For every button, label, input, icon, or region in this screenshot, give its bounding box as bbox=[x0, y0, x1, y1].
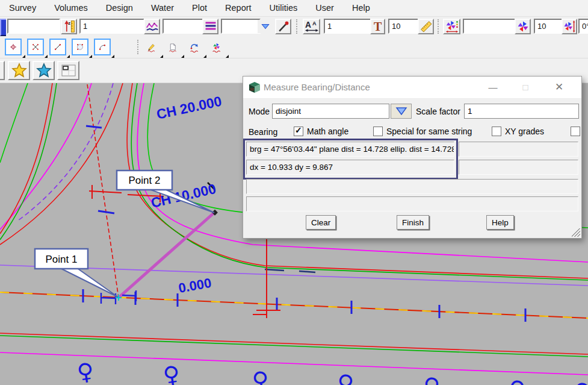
recalc-arrows-icon bbox=[189, 40, 200, 55]
result-field-4[interactable] bbox=[246, 196, 578, 211]
rotate-button[interactable] bbox=[515, 19, 531, 34]
rotate-measure-button[interactable] bbox=[443, 19, 460, 34]
model-name-input[interactable] bbox=[7, 19, 60, 34]
menu-utilities[interactable]: Utilities bbox=[261, 0, 307, 16]
clipped-toolbar-button[interactable] bbox=[0, 19, 6, 36]
snap-circle-button[interactable] bbox=[72, 39, 88, 55]
string-input[interactable] bbox=[162, 19, 203, 34]
view-layout-button[interactable] bbox=[57, 61, 79, 80]
bearing-label: Bearing bbox=[249, 127, 277, 137]
label-ch0: 0.000 bbox=[178, 275, 213, 296]
maximize-button[interactable]: □ bbox=[515, 77, 536, 98]
eyedropper-icon bbox=[277, 20, 290, 33]
xy-grades-checkbox[interactable] bbox=[492, 127, 501, 136]
scale-factor-label: Scale factor bbox=[416, 107, 460, 116]
survey-symbol: ♀ bbox=[250, 366, 271, 385]
rotate-value-input[interactable] bbox=[463, 19, 516, 34]
chainage-input[interactable] bbox=[79, 19, 144, 34]
profile-button[interactable] bbox=[144, 19, 160, 34]
road-edge-magenta bbox=[0, 83, 91, 230]
xy-grades-checkbox-row[interactable]: XY grades bbox=[492, 127, 544, 136]
snap-segment-wrap bbox=[49, 39, 67, 57]
result-field-right1[interactable] bbox=[459, 142, 578, 157]
label-ch20: CH 20.000 bbox=[155, 93, 223, 122]
extra-checkbox-row[interactable] bbox=[571, 127, 580, 136]
edge2-red bbox=[0, 333, 588, 354]
help-button[interactable]: Help bbox=[486, 215, 514, 230]
mode-input[interactable] bbox=[272, 104, 389, 119]
star-yellow-icon bbox=[11, 63, 27, 78]
text-width-button[interactable]: A A bbox=[303, 19, 320, 34]
snap-arc-button[interactable] bbox=[94, 39, 111, 55]
math-angle-checkbox[interactable] bbox=[294, 127, 303, 136]
string-tools-button[interactable] bbox=[208, 39, 226, 56]
menu-bar: Survey Volumes Design Water Plot Report … bbox=[0, 0, 588, 17]
text-size-icon: A A bbox=[305, 20, 319, 33]
clipped-view-button[interactable] bbox=[0, 61, 5, 80]
text-style-button[interactable]: T bbox=[370, 19, 385, 34]
mode-dropdown-button[interactable] bbox=[391, 104, 412, 119]
layer-bars-icon bbox=[204, 20, 217, 33]
menu-plot[interactable]: Plot bbox=[183, 0, 216, 16]
result-field-3[interactable] bbox=[246, 179, 578, 194]
finish-button[interactable]: Finish bbox=[397, 215, 429, 230]
string-edit-button[interactable] bbox=[185, 39, 203, 56]
favorites-blue-button[interactable] bbox=[32, 61, 55, 80]
resize-grip[interactable] bbox=[572, 228, 580, 237]
model-select-input[interactable] bbox=[221, 19, 261, 34]
math-angle-checkbox-row[interactable]: Math angle bbox=[294, 127, 348, 136]
toolbar-separator bbox=[137, 40, 138, 54]
menu-user[interactable]: User bbox=[306, 0, 343, 16]
angle-input[interactable] bbox=[534, 19, 564, 34]
menu-water[interactable]: Water bbox=[142, 0, 183, 16]
snap-line-button[interactable] bbox=[27, 39, 44, 55]
menu-volumes[interactable]: Volumes bbox=[45, 0, 97, 16]
page-icon bbox=[168, 40, 178, 55]
measure-bearing-distance-dialog: 12 Measure Bearing/Distance — □ ✕ Mode S… bbox=[243, 76, 582, 239]
result-field-right2[interactable] bbox=[459, 160, 578, 175]
snap-segment-icon bbox=[54, 41, 61, 53]
z-height-icon[interactable]: z bbox=[61, 19, 77, 34]
toolbar-separator bbox=[438, 19, 439, 34]
scale-factor-input[interactable] bbox=[464, 104, 579, 119]
string-info-button[interactable] bbox=[164, 39, 181, 56]
menu-design[interactable]: Design bbox=[97, 0, 142, 16]
profile-zigzag-icon bbox=[146, 20, 159, 33]
menu-report[interactable]: Report bbox=[216, 0, 261, 16]
special-same-string-checkbox-row[interactable]: Special for same string bbox=[373, 127, 472, 136]
callout-label: Point 1 bbox=[46, 254, 78, 265]
clear-button[interactable]: Clear bbox=[306, 215, 336, 230]
text-height-input[interactable] bbox=[324, 19, 372, 34]
pinwheel-string-icon bbox=[211, 40, 222, 55]
model-dropdown-button[interactable] bbox=[258, 20, 273, 33]
survey-symbol: ♀ bbox=[75, 357, 96, 385]
z-ruler-icon: z bbox=[63, 20, 76, 33]
angle-value-input[interactable] bbox=[578, 19, 588, 34]
edge2-green bbox=[0, 336, 588, 357]
close-button[interactable]: ✕ bbox=[549, 77, 569, 98]
snap-segment-button[interactable] bbox=[49, 39, 66, 55]
survey-symbol: ♀ bbox=[572, 377, 588, 385]
text-style-T-icon: T bbox=[372, 20, 384, 33]
callout-label: Point 2 bbox=[129, 175, 161, 186]
eyedropper-button[interactable] bbox=[275, 19, 291, 34]
rotate-angle-button[interactable] bbox=[562, 19, 577, 34]
extra-checkbox[interactable] bbox=[571, 127, 580, 136]
text-size-input[interactable] bbox=[388, 19, 419, 34]
dialog-title: Measure Bearing/Distance bbox=[264, 82, 370, 92]
snap-arc-wrap bbox=[94, 39, 112, 57]
string-info-wrap bbox=[164, 39, 182, 57]
draw-string-button[interactable] bbox=[143, 39, 160, 56]
ruler-button[interactable] bbox=[418, 19, 434, 34]
layers-button[interactable] bbox=[202, 19, 218, 34]
string-edit-wrap bbox=[185, 39, 205, 57]
rotate-measure-icon bbox=[445, 20, 459, 33]
dialog-titlebar[interactable]: 12 Measure Bearing/Distance — □ ✕ bbox=[243, 77, 581, 99]
toolbar-main: z A A bbox=[0, 17, 588, 36]
minimize-button[interactable]: — bbox=[483, 77, 503, 98]
snap-point-button[interactable] bbox=[5, 39, 22, 55]
favorites-yellow-button[interactable] bbox=[8, 61, 30, 80]
menu-help[interactable]: Help bbox=[343, 0, 379, 16]
menu-survey[interactable]: Survey bbox=[0, 0, 45, 16]
special-same-string-checkbox[interactable] bbox=[373, 127, 383, 136]
